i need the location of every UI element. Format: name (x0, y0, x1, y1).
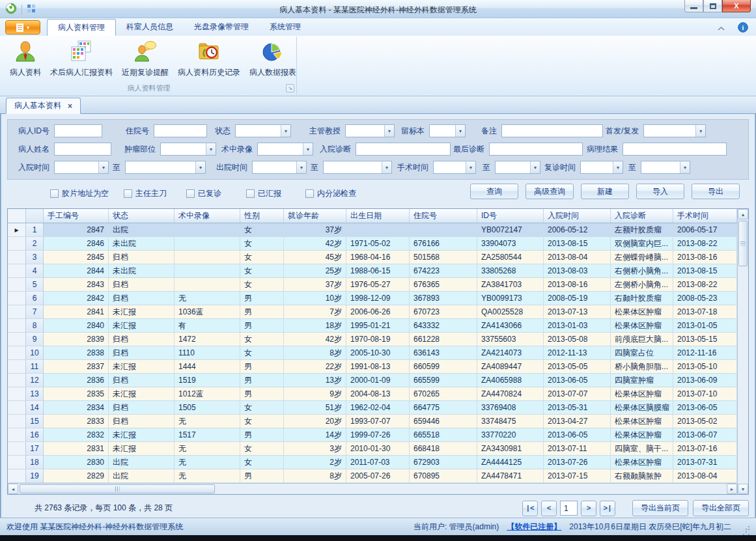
column-header[interactable]: 出生日期 (346, 209, 410, 223)
cell[interactable]: 2013-06-09 (673, 374, 737, 387)
cell[interactable]: 2012-11-16 (673, 346, 737, 360)
cell[interactable]: 2836 (44, 374, 109, 387)
cell[interactable]: 男 (240, 360, 284, 374)
cell[interactable]: 女 (240, 456, 284, 469)
cell[interactable]: 2010-01-30 (346, 442, 410, 456)
checkbox-chief-surgeon[interactable]: 主任主刀 (124, 188, 167, 199)
cell[interactable]: 33770220 (477, 428, 544, 442)
cell[interactable]: 664775 (410, 401, 477, 415)
text-input[interactable] (623, 143, 727, 156)
cell[interactable]: 2829 (44, 469, 109, 483)
cell[interactable]: 2012-11-13 (544, 346, 611, 360)
cell[interactable]: 女 (240, 415, 284, 428)
cell[interactable]: 女 (240, 237, 284, 251)
dropdown-arrow-icon[interactable]: ▾ (455, 125, 465, 137)
cell[interactable]: 2831 (44, 442, 109, 456)
cell[interactable]: 33805268 (477, 264, 544, 278)
cell[interactable]: 2岁 (284, 456, 346, 469)
cell[interactable] (175, 278, 240, 292)
cell[interactable]: 2013-07-13 (544, 305, 611, 319)
cell[interactable]: 10岁 (284, 292, 346, 305)
quick-access-icon[interactable] (27, 4, 36, 15)
table-row[interactable]: 72841未汇报1036蓝男7岁2006-06-26670723QA002552… (8, 305, 737, 319)
cell[interactable]: 1036蓝 (175, 305, 240, 319)
cell[interactable]: 8岁 (284, 346, 346, 360)
cell[interactable]: 无 (175, 292, 240, 305)
cell[interactable]: 660599 (410, 360, 477, 374)
cell[interactable]: ZA4444125 (477, 456, 544, 469)
cell[interactable]: 2013-07-07 (544, 387, 611, 401)
dropdown[interactable]: ▾ (641, 161, 690, 174)
table-row[interactable]: 132835未汇报1012蓝男9岁2004-08-13670265ZA44708… (8, 387, 737, 401)
cell[interactable]: 未汇报 (109, 319, 175, 333)
cell[interactable]: 2839 (44, 333, 109, 346)
cell[interactable]: 2013-05-05 (544, 360, 611, 374)
ribbon-tab-2[interactable]: 科室人员信息 (116, 18, 184, 36)
table-row[interactable]: 122836归档1519男13岁2000-01-09665599ZA406598… (8, 374, 737, 387)
dropdown[interactable]: ▾ (160, 143, 216, 156)
cell[interactable]: 男 (240, 292, 284, 305)
cell[interactable]: 9岁 (284, 387, 346, 401)
cell[interactable]: 2013-07-18 (673, 305, 737, 319)
cell[interactable]: 668418 (410, 442, 477, 456)
cell[interactable]: 1991-08-13 (346, 360, 410, 374)
cell[interactable]: 367893 (410, 292, 477, 305)
cell[interactable]: ZA4089447 (477, 360, 544, 374)
ribbon-button-history[interactable]: 病人资料历史记录 (173, 38, 245, 79)
cell[interactable]: 2013-08-03 (544, 264, 611, 278)
table-row[interactable]: 172831未汇报无女3岁2010-01-30668418ZA343098120… (8, 442, 737, 456)
cell[interactable]: 674223 (410, 264, 477, 278)
cell[interactable]: 2000-01-09 (346, 374, 410, 387)
checkbox-box[interactable] (305, 189, 314, 198)
cell[interactable]: 松果体区肿瘤 (611, 387, 673, 401)
cell[interactable]: 2006-06-26 (346, 305, 410, 319)
table-row[interactable]: 102838归档1110女8岁2005-10-30636143ZA4214073… (8, 346, 737, 360)
column-header[interactable]: 状态 (109, 209, 175, 223)
vertical-scroll-thumb[interactable] (738, 221, 748, 266)
cell[interactable]: 14岁 (284, 428, 346, 442)
tab-close-icon[interactable]: × (68, 102, 72, 111)
cell[interactable]: 2013-08-16 (673, 251, 737, 264)
cell[interactable]: 2835 (44, 387, 109, 401)
cell[interactable]: 女 (240, 346, 284, 360)
dropdown-arrow-icon[interactable]: ▾ (98, 161, 108, 173)
cell[interactable]: 2013-05-02 (673, 415, 737, 428)
column-header[interactable]: 手工编号 (44, 209, 109, 223)
cell[interactable]: 男 (240, 428, 284, 442)
minimize-button[interactable] (684, 0, 703, 12)
table-row[interactable]: 112837未汇报1444男22岁1991-08-13660599ZA40894… (8, 360, 737, 374)
column-header[interactable]: 住院号 (410, 209, 477, 223)
checkbox-reported[interactable]: 已汇报 (246, 188, 281, 199)
column-header[interactable]: 术中录像 (175, 209, 240, 223)
cell[interactable]: 桥小脑角胆脂... (611, 360, 673, 374)
table-row[interactable]: 82840未汇报有男18岁1995-01-21643332ZA414306620… (8, 319, 737, 333)
dropdown-arrow-icon[interactable]: ▾ (382, 161, 391, 173)
collapse-ribbon-icon[interactable] (718, 24, 725, 33)
cell[interactable]: 2013-05-08 (544, 333, 611, 346)
cell[interactable]: 42岁 (284, 237, 346, 251)
cell[interactable]: 未汇报 (109, 428, 175, 442)
cell[interactable]: 7岁 (284, 305, 346, 319)
dropdown-arrow-icon[interactable]: ▾ (613, 161, 623, 173)
cell[interactable]: 1970-08-19 (346, 333, 410, 346)
cell[interactable]: 2013-07-15 (544, 469, 611, 483)
cell[interactable]: 女 (240, 251, 284, 264)
cell[interactable]: 37岁 (284, 278, 346, 292)
cell[interactable]: 归档 (109, 346, 175, 360)
cell[interactable]: 2832 (44, 428, 109, 442)
cell[interactable]: 2013-07-26 (544, 456, 611, 469)
dropdown-arrow-icon[interactable]: ▾ (296, 161, 306, 173)
cell[interactable]: 2830 (44, 456, 109, 469)
table-row[interactable]: 192829出院无男8岁2005-07-26670895ZA4478471201… (8, 469, 737, 483)
cell[interactable]: 2013-06-07 (673, 428, 737, 442)
table-row[interactable]: 152833归档无女20岁1993-07-0765944633748475201… (8, 415, 737, 428)
cell[interactable]: 45岁 (284, 251, 346, 264)
scroll-right-icon[interactable]: ▸ (727, 484, 737, 494)
cell[interactable]: 2013-05-10 (673, 360, 737, 374)
cell[interactable]: 2847 (44, 223, 109, 237)
cell[interactable]: 501568 (410, 251, 477, 264)
cell[interactable] (410, 223, 477, 237)
cell[interactable]: 归档 (109, 333, 175, 346)
dropdown[interactable]: ▾ (433, 161, 476, 174)
cell[interactable]: 2844 (44, 264, 109, 278)
